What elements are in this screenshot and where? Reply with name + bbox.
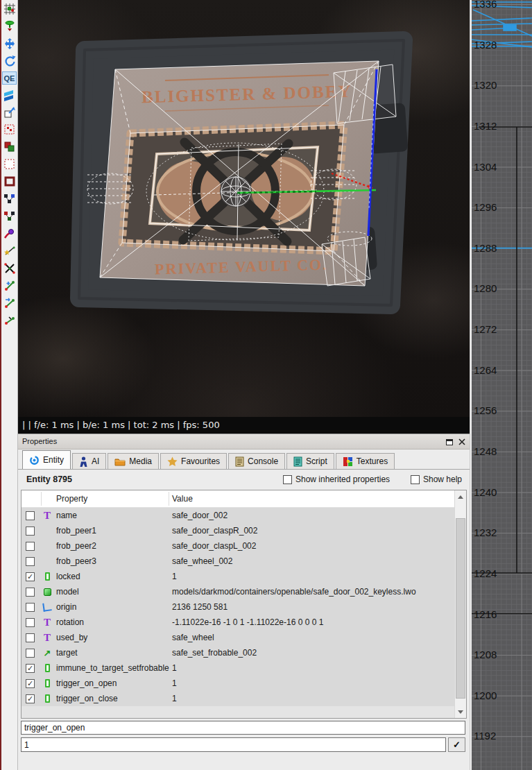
key-entry-field[interactable] [21,721,465,735]
table-row[interactable]: rotation-1.11022e-16 -1 0 1 -1.11022e-16… [22,615,466,630]
table-row[interactable]: frob_peer2safe_door_claspL_002 [22,538,466,554]
row-checkbox[interactable]: ✓ [26,572,35,581]
textures-icon [343,456,353,467]
table-row[interactable]: origin2136 1250 581 [22,599,466,615]
ruler-label: 1296 [474,201,497,213]
link-entities-alt-icon[interactable] [3,209,17,223]
float-panel-button[interactable] [445,437,454,447]
csg-copy-icon[interactable] [3,105,17,119]
bool-type-icon [42,678,53,689]
tab-entity[interactable]: Entity [22,450,71,469]
close-panel-button[interactable] [457,437,467,447]
table-row[interactable]: targetsafe_set_frobable_002 [22,645,466,660]
rotate-icon[interactable] [3,54,17,68]
ai-person-icon [79,456,88,467]
row-checkbox[interactable] [26,588,35,597]
ruler-label: 1208 [474,649,497,660]
origin-type-icon [42,601,53,613]
table-row[interactable]: ✓trigger_on_open1 [22,676,466,691]
row-checkbox[interactable]: ✓ [26,664,35,673]
select-inside-icon[interactable] [3,157,17,171]
row-checkbox[interactable] [26,633,35,642]
table-row[interactable]: frob_peer1safe_door_claspR_002 [22,523,466,538]
row-checkbox[interactable] [26,511,35,520]
bool-type-icon [42,693,53,704]
ruler-label: 1336 [474,0,497,10]
ruler-label: 1312 [474,120,497,132]
pointer-brush-icon[interactable] [3,227,17,241]
scroll-thumb[interactable] [456,518,465,699]
drag-edit-icon[interactable] [3,314,17,327]
row-checkbox[interactable] [26,542,35,551]
checkbox[interactable] [411,475,420,484]
tab-ai[interactable]: AI [72,453,106,469]
camera-viewport[interactable]: BLIGHSTER & DOBEY PRIVATE VAULT CO. [18,0,470,417]
region-set-icon[interactable] [3,175,17,189]
column-header-value: Value [172,494,193,504]
bool-type-icon [42,571,53,582]
tab-script[interactable]: Script [286,453,334,469]
table-row[interactable]: namesafe_door_002 [22,508,466,523]
row-checkbox[interactable] [26,618,35,627]
scroll-down-button[interactable] [455,706,466,717]
ruler-label: 1288 [474,242,497,254]
entity-header: Entity 8795 [26,474,72,484]
edge-edit-icon[interactable] [3,279,17,293]
translate-icon[interactable] [3,37,17,51]
ruler-label: 1328 [474,39,497,51]
show-help-checkbox[interactable]: Show help [411,474,462,484]
curve-edit-icon[interactable] [3,244,17,258]
no-type-icon [42,540,53,551]
row-checkbox[interactable] [26,527,35,536]
checkbox[interactable] [283,475,292,484]
tab-console[interactable]: Console [228,453,285,469]
console-icon [235,456,244,467]
ruler-label: 1200 [474,690,497,701]
table-row[interactable]: used_bysafe_wheel [22,630,466,645]
row-checkbox[interactable] [26,557,35,566]
text-type-icon [42,632,53,643]
model-type-icon [42,586,53,597]
table-row[interactable]: frob_peer3safe_wheel_002 [22,554,466,569]
entity-header-row: Entity 8795 Show inherited properties Sh… [18,471,470,489]
qe-tool-button[interactable]: QE [2,71,17,85]
script-icon [293,456,302,467]
vertex-edit-icon[interactable] [3,262,17,275]
tab-favourites[interactable]: Favourites [160,453,227,469]
flip-texture-icon[interactable] [3,88,17,102]
apply-value-button[interactable]: ✓ [448,737,465,752]
tab-media[interactable]: Media [108,453,159,469]
ruler-label: 1320 [474,79,497,91]
value-entry-field[interactable] [21,737,446,752]
row-checkbox[interactable]: ✓ [26,679,35,688]
row-checkbox[interactable]: ✓ [26,694,35,703]
csg-subtract-icon[interactable] [3,140,17,154]
table-scrollbar[interactable] [454,490,466,718]
target-type-icon [42,647,53,658]
table-row[interactable]: ✓trigger_on_close1 [22,691,466,706]
drop-entity-icon[interactable] [3,19,17,33]
orthographic-view[interactable]: 1336 1328 1320 1312 1304 1296 1288 1280 … [472,0,532,770]
folder-icon [114,457,126,466]
tab-textures[interactable]: Textures [336,453,395,469]
table-row[interactable]: ✓locked1 [22,569,466,584]
safe-door-render: BLIGHSTER & DOBEY PRIVATE VAULT CO. [18,0,470,417]
panel-title: Properties [22,437,57,445]
select-touching-icon[interactable] [3,123,17,137]
link-entities-icon[interactable] [3,192,17,206]
scroll-up-button[interactable] [455,491,466,502]
row-checkbox[interactable] [26,603,35,612]
properties-panel: Properties Entity AI Media Favourites Co… [18,434,470,770]
row-checkbox[interactable] [26,649,35,658]
ruler-label: 1224 [474,567,497,579]
grid-vertex-icon[interactable] [3,2,17,16]
table-row[interactable]: modelmodels/darkmod/containers/openable/… [22,584,466,599]
show-inherited-checkbox[interactable]: Show inherited properties [283,474,390,484]
panel-titlebar: Properties [18,434,470,450]
ruler-label: 1280 [474,282,497,294]
no-type-icon [42,556,53,567]
table-row[interactable]: ✓immune_to_target_setfrobable1 [22,660,466,676]
panel-tabbar: Entity AI Media Favourites Console Scrip… [18,451,470,470]
face-edit-icon[interactable] [3,296,17,310]
ruler-label: 1256 [474,404,497,416]
